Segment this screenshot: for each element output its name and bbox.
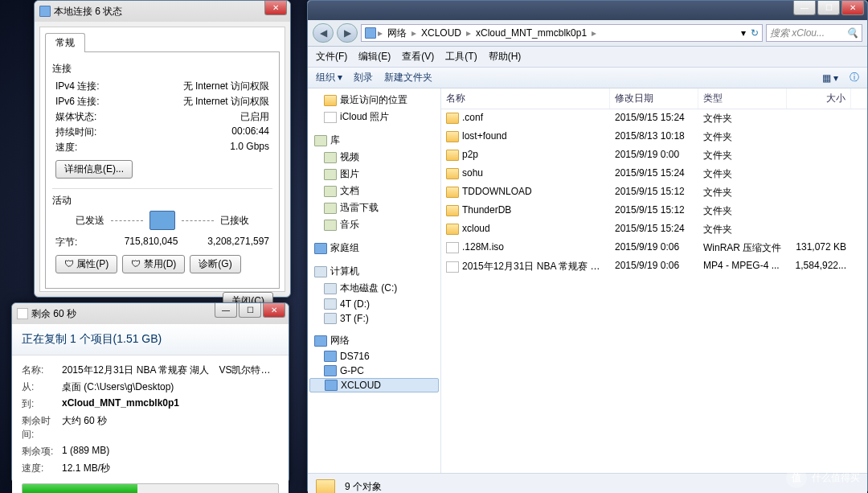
refresh-icon[interactable]: ↻: [751, 27, 759, 39]
col-name[interactable]: 名称: [441, 88, 610, 109]
recv-bytes: 3,208,271,597: [190, 236, 269, 249]
close-button[interactable]: ✕: [263, 303, 285, 318]
view-button[interactable]: ▦ ▾: [822, 72, 838, 84]
menu-file[interactable]: 文件(F): [316, 50, 347, 64]
diagnose-button[interactable]: 诊断(G): [190, 255, 240, 273]
recv-label: 已接收: [220, 214, 249, 228]
tab-general[interactable]: 常规: [45, 33, 85, 52]
menu-edit[interactable]: 编辑(E): [358, 50, 391, 64]
organize-button[interactable]: 组织 ▾: [316, 71, 342, 84]
tree-home[interactable]: 家庭组: [309, 240, 439, 257]
menu-tools[interactable]: 工具(T): [445, 50, 477, 64]
items-label: 剩余项:: [22, 445, 62, 458]
items-value: 1 (889 MB): [62, 445, 279, 458]
media-value: 已启用: [240, 110, 269, 124]
crumb-folder[interactable]: xCloud_MNT_mmcblk0p1: [473, 27, 590, 39]
dropdown-icon[interactable]: ▾: [741, 27, 746, 39]
tree-computer[interactable]: 计算机: [309, 263, 439, 280]
pc-icon: [149, 211, 175, 230]
file-row[interactable]: xcloud2015/9/15 15:24文件夹: [441, 220, 867, 239]
close-button[interactable]: ✕: [841, 1, 864, 15]
tree-recent[interactable]: 最近访问的位置: [309, 92, 439, 109]
file-list[interactable]: 名称 修改日期 类型 大小 .conf2015/9/15 15:24文件夹los…: [441, 88, 867, 473]
tree-network[interactable]: 网络: [309, 332, 439, 349]
help-icon[interactable]: ⓘ: [850, 71, 859, 84]
tree-drive-f[interactable]: 3T (F:): [309, 311, 439, 326]
search-icon: 🔍: [846, 27, 858, 39]
ipv6-label: IPv6 连接:: [55, 95, 112, 109]
network-status-dialog: 本地连接 6 状态 ✕ 常规 连接 IPv4 连接:无 Internet 访问权…: [34, 0, 291, 298]
search-input[interactable]: 搜索 xClou...🔍: [766, 24, 862, 42]
tree-docs[interactable]: 文档: [309, 183, 439, 199]
burn-button[interactable]: 刻录: [354, 71, 373, 84]
nav-tree[interactable]: 最近访问的位置 iCloud 照片 库 视频 图片 文档 迅雷下载 音乐 家庭组…: [308, 88, 441, 473]
tree-xunlei[interactable]: 迅雷下载: [309, 199, 439, 216]
details-button[interactable]: 详细信息(E)...: [55, 160, 133, 179]
duration-label: 持续时间:: [55, 125, 112, 139]
disable-button[interactable]: 🛡 禁用(D): [122, 255, 185, 273]
col-size[interactable]: 大小: [787, 88, 851, 109]
to-label: 到:: [22, 397, 62, 411]
menu-view[interactable]: 查看(V): [402, 50, 434, 64]
close-button[interactable]: ✕: [264, 1, 287, 15]
back-button[interactable]: ◀: [313, 23, 334, 43]
remain-label: 剩余时间:: [22, 414, 62, 442]
cspeed-label: 速度:: [22, 462, 62, 475]
tree-icloud[interactable]: iCloud 照片: [309, 109, 439, 125]
tree-music[interactable]: 音乐: [309, 216, 439, 233]
folder-icon: [446, 113, 459, 124]
file-row[interactable]: p2p2015/9/19 0:00文件夹: [441, 146, 867, 165]
library-icon: [314, 135, 327, 146]
pc-icon: [324, 365, 337, 376]
crumb-xcloud[interactable]: XCLOUD: [418, 27, 465, 39]
maximize-button[interactable]: ☐: [817, 1, 840, 15]
icloud-icon: [324, 112, 337, 123]
network-icon: [39, 6, 51, 17]
tree-drive-d[interactable]: 4T (D:): [309, 297, 439, 311]
file-row[interactable]: sohu2015/9/15 15:24文件夹: [441, 165, 867, 183]
tree-video[interactable]: 视频: [309, 149, 439, 166]
maximize-button[interactable]: ☐: [239, 303, 261, 318]
tree-libs[interactable]: 库: [309, 132, 439, 149]
network-icon: [314, 335, 327, 347]
minimize-button[interactable]: —: [793, 1, 816, 15]
tree-ds716[interactable]: DS716: [309, 349, 439, 364]
forward-button[interactable]: ▶: [337, 23, 358, 43]
file-row[interactable]: .conf2015/9/15 15:24文件夹: [441, 109, 867, 128]
name-value: 2015年12月31日 NBA 常规赛 湖人 VS凯尔特人 百...: [62, 364, 279, 377]
tree-pics[interactable]: 图片: [309, 166, 439, 183]
bytes-label: 字节:: [55, 236, 112, 249]
titlebar[interactable]: — ☐ ✕: [308, 1, 867, 20]
location-icon: [365, 27, 376, 39]
xunlei-icon: [324, 203, 337, 214]
crumb-network[interactable]: 网络: [384, 27, 410, 40]
ipv6-value: 无 Internet 访问权限: [183, 95, 269, 109]
titlebar[interactable]: 本地连接 6 状态 ✕: [35, 1, 290, 22]
progress-bar: [22, 483, 279, 493]
statusbar: 9 个对象: [308, 473, 867, 493]
col-date[interactable]: 修改日期: [610, 88, 698, 109]
file-row[interactable]: lost+found2015/8/13 10:18文件夹: [441, 128, 867, 146]
folder-icon: [446, 150, 459, 161]
file-row[interactable]: ThunderDB2015/9/15 15:12文件夹: [441, 202, 867, 220]
menu-help[interactable]: 帮助(H): [489, 50, 522, 64]
newfolder-button[interactable]: 新建文件夹: [384, 71, 432, 84]
homegroup-icon: [314, 243, 327, 254]
file-row[interactable]: .128M.iso2015/9/19 0:06WinRAR 压缩文件131,07…: [441, 239, 867, 257]
column-headers[interactable]: 名称 修改日期 类型 大小: [441, 88, 867, 109]
col-type[interactable]: 类型: [698, 88, 787, 109]
file-row[interactable]: 2015年12月31日 NBA 常规赛 湖人 V...2015/9/19 0:0…: [441, 257, 867, 276]
from-label: 从:: [22, 380, 62, 394]
tree-gpc[interactable]: G-PC: [309, 364, 439, 378]
titlebar[interactable]: 剩余 60 秒 — ☐ ✕: [12, 303, 289, 324]
tree-xcloud[interactable]: XCLOUD: [309, 378, 439, 392]
file-row[interactable]: TDDOWNLOAD2015/9/15 15:12文件夹: [441, 183, 867, 202]
minimize-button[interactable]: —: [215, 303, 237, 318]
tree-drive-c[interactable]: 本地磁盘 (C:): [309, 280, 439, 297]
sent-label: 已发送: [76, 214, 104, 228]
properties-button[interactable]: 🛡 属性(P): [55, 255, 117, 273]
to-value: xCloud_MNT_mmcblk0p1: [62, 397, 279, 411]
copy-icon: [17, 308, 28, 319]
breadcrumb[interactable]: ▸ 网络▸ XCLOUD▸ xCloud_MNT_mmcblk0p1▸ ▾ ↻: [361, 24, 763, 42]
drive-icon: [324, 283, 337, 294]
